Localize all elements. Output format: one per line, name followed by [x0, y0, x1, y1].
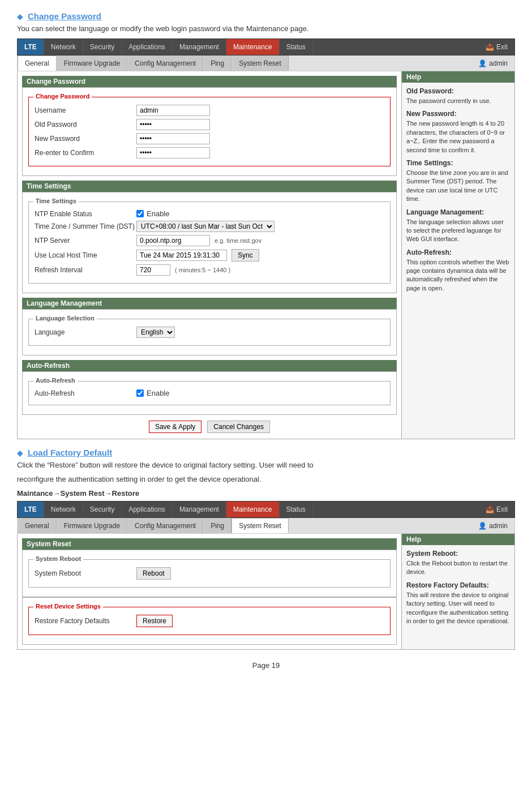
nav2-exit[interactable]: 📤 Exit	[479, 505, 514, 513]
subnav1-general[interactable]: General	[18, 55, 57, 71]
nav2-lte[interactable]: LTE	[18, 502, 44, 517]
help1-time-title: Time Settings:	[406, 159, 510, 167]
username-label: Username	[35, 106, 136, 114]
subnav2: General Firmware Upgrade Config Manageme…	[17, 518, 515, 534]
reset-device-fieldset-label: Reset Device Settings	[33, 603, 103, 610]
nav1-status[interactable]: Status	[280, 39, 313, 55]
reenter-input[interactable]	[136, 147, 210, 158]
timezone-value-cell: UTC+08:00 / last Sun Mar - last Sun Oct	[136, 221, 384, 232]
ntp-enable-text: Enable	[147, 209, 169, 218]
nav1-lte[interactable]: LTE	[18, 39, 44, 55]
subnav2-firmware[interactable]: Firmware Upgrade	[57, 518, 127, 533]
refresh-interval-input[interactable]	[136, 264, 170, 276]
help2-restore-title: Restore Factory Defaults:	[406, 581, 510, 589]
nav2-management[interactable]: Management	[173, 502, 226, 517]
help1-old-password-text: The password currently in use.	[406, 97, 510, 105]
time-settings-body: Time Settings NTP Enable Status Enable T…	[22, 192, 397, 293]
auto-refresh-text: Enable	[147, 389, 169, 397]
language-body: Language Selection Language English	[22, 309, 397, 355]
nav2-maintenance[interactable]: Maintenance	[226, 502, 280, 517]
language-header: Language Management	[22, 298, 397, 309]
buttons1-row: Save & Apply Cancel Changes	[18, 421, 401, 433]
subnav1-admin: 👤 admin	[471, 59, 514, 67]
nav1-maintenance[interactable]: Maintenance	[226, 39, 280, 55]
nav2-status[interactable]: Status	[280, 502, 313, 517]
navbar2: LTE Network Security Applications Manage…	[17, 501, 515, 518]
ntp-server-value-cell: e.g. time.nist.gov	[136, 235, 384, 246]
new-password-input[interactable]	[136, 133, 210, 144]
cancel-changes-button[interactable]: Cancel Changes	[207, 421, 270, 433]
section2-heading: Load Factory Default	[28, 448, 112, 457]
subnav1-config[interactable]: Config Management	[127, 55, 203, 71]
reenter-value-cell	[136, 147, 384, 158]
time-settings-fieldset: Time Settings NTP Enable Status Enable T…	[28, 202, 391, 284]
nav2-applications[interactable]: Applications	[122, 502, 173, 517]
language-select[interactable]: English	[136, 327, 175, 338]
ntp-server-input[interactable]	[136, 235, 210, 246]
auto-refresh-header: Auto-Refresh	[22, 360, 397, 371]
help1-old-password-title: Old Password:	[406, 87, 510, 95]
reset-device-body: Reset Device Settings Restore Factory De…	[22, 597, 397, 645]
nav1-exit[interactable]: 📤 Exit	[479, 43, 514, 51]
save-apply-button[interactable]: Save & Apply	[149, 421, 201, 433]
reenter-label: Re-enter to Confirm	[35, 149, 136, 157]
local-host-label: Use Local Host Time	[35, 251, 136, 259]
new-password-value-cell	[136, 133, 384, 144]
subnav2-sysreset[interactable]: System Reset	[231, 518, 289, 533]
nav2-security[interactable]: Security	[83, 502, 122, 517]
reboot-button[interactable]: Reboot	[136, 567, 171, 580]
nav1-security[interactable]: Security	[83, 39, 122, 55]
old-password-input[interactable]	[136, 119, 210, 130]
change-password-fieldset-label: Change Password	[33, 93, 92, 100]
nav1-network[interactable]: Network	[44, 39, 83, 55]
auto-refresh-checkbox[interactable]	[136, 389, 144, 397]
restore-button[interactable]: Restore	[136, 615, 173, 627]
help-panel1: Help Old Password: The password currentl…	[401, 71, 514, 439]
help1-auto-text: This option controls whether the Web pag…	[406, 258, 510, 293]
subnav1-firmware[interactable]: Firmware Upgrade	[57, 55, 127, 71]
subnav2-general[interactable]: General	[18, 518, 57, 533]
main-content1: Change Password Change Password Username…	[18, 71, 401, 439]
subnav1-sysreset[interactable]: System Reset	[231, 55, 289, 71]
nav2-network[interactable]: Network	[44, 502, 83, 517]
exit-icon2: 📤	[486, 505, 494, 513]
old-password-label: Old Password	[35, 121, 136, 128]
time-settings-header: Time Settings	[22, 181, 397, 192]
nav1-management[interactable]: Management	[173, 39, 226, 55]
auto-refresh-fieldset: Auto-Refresh Auto-Refresh Enable	[28, 381, 391, 405]
help1-auto-title: Auto-Refresh:	[406, 248, 510, 256]
main-content2: System Reset System Reboot System Reboot…	[18, 534, 401, 649]
ntp-server-row: NTP Server e.g. time.nist.gov	[35, 235, 384, 246]
subnav1-ping[interactable]: Ping	[203, 55, 231, 71]
reenter-row: Re-enter to Confirm	[35, 147, 384, 158]
sync-button[interactable]: Sync	[231, 249, 259, 262]
language-fieldset: Language Selection Language English	[28, 319, 391, 346]
subnav2-ping[interactable]: Ping	[203, 518, 231, 533]
ntp-enable-row: NTP Enable Status Enable	[35, 209, 384, 218]
ntp-enable-checkbox[interactable]	[136, 210, 144, 217]
admin-icon: 👤	[478, 59, 487, 67]
admin-label-text2: admin	[489, 522, 508, 530]
local-host-input[interactable]	[136, 250, 227, 261]
subnav2-config[interactable]: Config Management	[127, 518, 203, 533]
change-password-fieldset: Change Password Username Old Password	[28, 97, 391, 166]
system-reset-header: System Reset	[22, 538, 397, 550]
username-input[interactable]	[136, 105, 210, 116]
change-password-header: Change Password	[22, 76, 397, 87]
timezone-select[interactable]: UTC+08:00 / last Sun Mar - last Sun Oct	[136, 221, 274, 232]
system-reboot-fieldset: System Reboot System Reboot Reboot	[28, 559, 391, 588]
auto-refresh-label: Auto-Refresh	[35, 389, 136, 397]
help2-restore-text: This will restore the device to original…	[406, 591, 510, 626]
refresh-interval-row: Refresh Interval ( minutes:5 ~ 1440 )	[35, 264, 384, 276]
timezone-label: Time Zone / Summer Time (DST)	[35, 222, 136, 230]
change-password-body: Change Password Username Old Password	[22, 87, 397, 176]
section2-title-block: ◆ Load Factory Default	[17, 448, 515, 457]
nav1-exit-label: Exit	[496, 43, 508, 51]
auto-refresh-row: Auto-Refresh Enable	[35, 389, 384, 397]
refresh-hint: ( minutes:5 ~ 1440 )	[175, 267, 230, 273]
system-reset-block: System Reset System Reboot System Reboot…	[22, 538, 397, 645]
navbar1: LTE Network Security Applications Manage…	[17, 38, 515, 55]
old-password-row: Old Password	[35, 119, 384, 130]
page-footer: Page 19	[17, 661, 515, 670]
nav1-applications[interactable]: Applications	[122, 39, 173, 55]
